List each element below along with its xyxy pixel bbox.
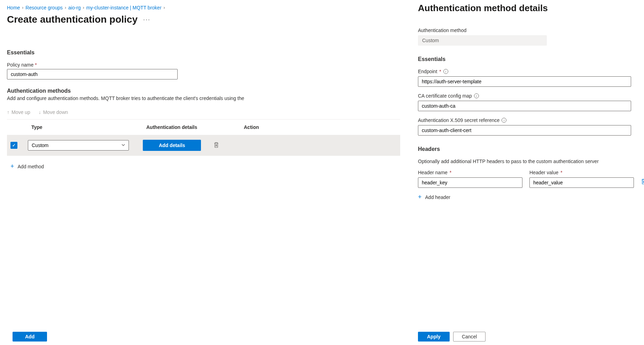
header-value-input[interactable] (529, 177, 634, 188)
breadcrumb-home[interactable]: Home (7, 5, 20, 10)
policy-name-input[interactable] (7, 69, 178, 79)
add-method-button[interactable]: + Add method (10, 163, 400, 170)
policy-name-label: Policy name* (7, 62, 400, 68)
table-header: Type Authentication details Action (7, 120, 400, 135)
more-icon[interactable]: ··· (143, 16, 150, 23)
panel-essentials-heading: Essentials (418, 56, 634, 62)
x509-label: Authentication X.509 secret reference i (418, 117, 634, 123)
check-icon: ✓ (12, 143, 16, 148)
trash-icon[interactable] (214, 142, 219, 149)
breadcrumb: Home › Resource groups › aio-rg › my-clu… (7, 5, 400, 10)
x509-input[interactable] (418, 125, 631, 136)
plus-icon: + (418, 193, 422, 201)
cancel-button[interactable]: Cancel (453, 332, 486, 342)
breadcrumb-resource-groups[interactable]: Resource groups (25, 5, 63, 10)
header-name-input[interactable] (418, 177, 522, 188)
add-header-button[interactable]: + Add header (418, 193, 634, 201)
plus-icon: + (10, 163, 14, 170)
info-icon[interactable]: i (502, 118, 506, 123)
ca-label: CA certificate config map i (418, 93, 634, 99)
arrow-down-icon: ↓ (39, 109, 41, 115)
chevron-icon: › (22, 5, 23, 10)
row-checkbox[interactable]: ✓ (10, 142, 17, 149)
add-button[interactable]: Add (13, 332, 47, 342)
endpoint-label: Endpoint* i (418, 69, 634, 74)
headers-description: Optionally add additional HTTP headers t… (418, 159, 634, 164)
headers-heading: Headers (418, 146, 634, 152)
breadcrumb-cluster[interactable]: my-cluster-instance | MQTT broker (86, 5, 162, 10)
col-action: Action (244, 124, 272, 130)
auth-method-label: Authentication method (418, 28, 634, 33)
header-name-label: Header name* (418, 170, 522, 175)
essentials-heading: Essentials (7, 49, 400, 56)
info-icon[interactable]: i (474, 93, 479, 98)
ca-input[interactable] (418, 101, 631, 111)
add-details-button[interactable]: Add details (143, 140, 201, 151)
col-type: Type (31, 124, 146, 130)
apply-button[interactable]: Apply (418, 332, 450, 342)
arrow-up-icon: ↑ (7, 109, 9, 115)
move-up-button[interactable]: ↑ Move up (7, 109, 30, 115)
chevron-icon: › (164, 5, 165, 10)
page-title: Create authentication policy (7, 14, 138, 25)
chevron-icon: › (83, 5, 84, 10)
type-select[interactable] (28, 140, 129, 151)
panel-title: Authentication method details (418, 3, 634, 14)
auth-methods-description: Add and configure authentication methods… (7, 95, 400, 101)
chevron-icon: › (65, 5, 66, 10)
breadcrumb-aio-rg[interactable]: aio-rg (68, 5, 81, 10)
auth-method-field: Custom (418, 35, 547, 46)
info-icon[interactable]: i (443, 69, 448, 74)
header-value-label: Header value* (529, 170, 634, 175)
endpoint-input[interactable] (418, 76, 631, 87)
trash-icon[interactable] (641, 178, 644, 186)
auth-methods-heading: Authentication methods (7, 88, 400, 94)
move-down-button[interactable]: ↓ Move down (39, 109, 68, 115)
col-auth: Authentication details (146, 124, 244, 130)
table-row: ✓ Add details (7, 135, 400, 156)
